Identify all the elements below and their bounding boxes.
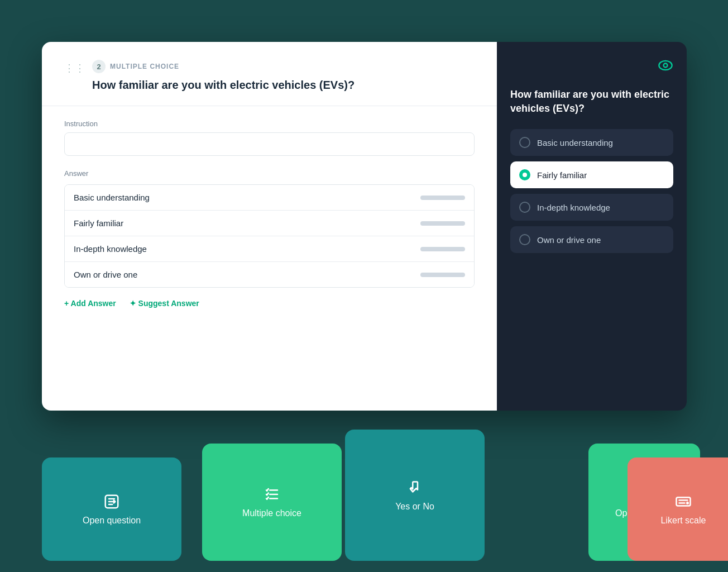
preview-option-text-2: In-depth knowledge [537,203,610,212]
eye-icon[interactable] [658,58,673,77]
svg-point-1 [664,64,668,68]
question-meta: 2 MULTIPLE CHOICE How familiar are you w… [92,60,475,92]
pointer-icon [406,479,423,496]
answer-text-basic: Basic understanding [74,193,150,202]
answer-item-indepth[interactable]: In-depth knowledge [65,236,474,262]
open-question-left-label: Open question [83,516,141,526]
answer-label: Answer [64,169,475,178]
preview-eye-container [510,58,673,77]
preview-option-text-1: Fairly familiar [537,170,587,180]
preview-option-3[interactable]: Own or drive one [510,226,673,253]
preview-option-text-0: Basic understanding [537,138,613,147]
answer-bar-fairly [420,221,465,226]
divider [42,106,497,106]
radio-circle-2 [519,202,530,213]
preview-option-2[interactable]: In-depth knowledge [510,194,673,221]
suggest-answer-button[interactable]: ✦ Suggest Answer [130,299,199,308]
preview-options: Basic understanding Fairly familiar In-d… [510,129,673,253]
svg-point-0 [659,61,672,70]
svg-rect-5 [677,497,691,506]
yes-or-no-label: Yes or No [395,502,434,512]
radio-circle-1 [519,169,530,180]
preview-option-1[interactable]: Fairly familiar [510,161,673,188]
radio-circle-0 [519,137,530,148]
multiple-choice-label: Multiple choice [242,508,301,518]
answer-text-fairly: Fairly familiar [74,218,123,228]
svg-point-6 [687,502,688,504]
preview-option-0[interactable]: Basic understanding [510,129,673,156]
radio-circle-3 [519,234,530,245]
likert-scale-label: Likert scale [661,516,706,526]
options-icon [675,493,692,510]
instruction-input[interactable] [64,132,475,156]
question-type-label: MULTIPLE CHOICE [110,63,179,70]
answer-bar-basic [420,196,465,200]
answer-item-fairly[interactable]: Fairly familiar [65,211,474,236]
main-container: ⋮⋮ 2 MULTIPLE CHOICE How familiar are yo… [42,42,687,411]
card-yes-or-no[interactable]: Yes or No [345,430,485,561]
action-row: + Add Answer ✦ Suggest Answer [64,299,475,308]
preview-question: How familiar are you with electric vehic… [510,88,673,116]
card-likert-scale[interactable]: Likert scale [628,457,728,561]
answer-text-own: Own or drive one [74,270,137,279]
list-check-icon [264,486,280,503]
card-open-question-left[interactable]: Open question [42,457,181,561]
right-panel: How familiar are you with electric vehic… [497,42,687,411]
instruction-label: Instruction [64,120,475,128]
left-panel: ⋮⋮ 2 MULTIPLE CHOICE How familiar are yo… [42,42,497,411]
question-number: 2 [92,60,106,73]
answer-bar-indepth [420,247,465,251]
add-answer-button[interactable]: + Add Answer [64,299,116,308]
answer-item-own[interactable]: Own or drive one [65,262,474,287]
answer-bar-own [420,273,465,277]
answer-text-indepth: In-depth knowledge [74,244,147,254]
drag-handle[interactable]: ⋮⋮ [64,62,85,74]
answer-list: Basic understanding Fairly familiar In-d… [64,184,475,288]
card-multiple-choice[interactable]: Multiple choice [202,444,342,561]
answer-item-basic[interactable]: Basic understanding [65,185,474,211]
question-type-row: 2 MULTIPLE CHOICE [92,60,475,73]
preview-option-text-3: Own or drive one [537,235,601,245]
question-header: ⋮⋮ 2 MULTIPLE CHOICE How familiar are yo… [64,60,475,92]
question-title: How familiar are you with electric vehic… [92,78,475,92]
edit-icon [103,493,120,510]
